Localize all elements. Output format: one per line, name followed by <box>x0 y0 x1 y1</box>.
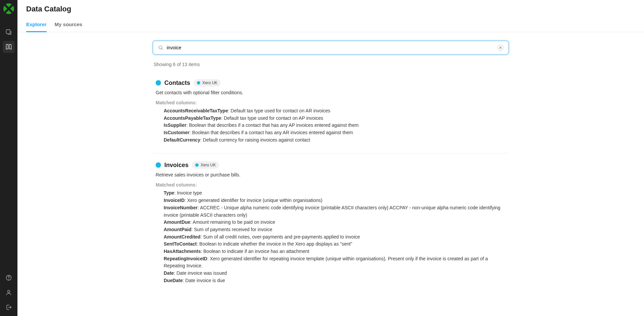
search-wrap[interactable] <box>153 41 508 54</box>
column-desc: : Sum of payments received for invoice <box>191 227 272 232</box>
column-line: AmountDue: Amount remaining to be paid o… <box>164 219 506 226</box>
logout-icon <box>5 304 12 311</box>
column-line: IsCustomer: Boolean that describes if a … <box>164 129 506 137</box>
column-desc: : Date invoice is due <box>183 278 225 283</box>
clear-search-button[interactable] <box>497 45 503 51</box>
matched-columns-label: Matched columns: <box>156 100 506 105</box>
svg-point-3 <box>8 290 10 293</box>
column-desc: : Default currency for raising invoices … <box>200 137 310 143</box>
column-line: IsSupplier: Boolean that describes if a … <box>164 122 506 129</box>
result-count: Showing 6 of 13 items <box>154 62 508 67</box>
entry-description: Retrieve sales invoices or purchase bill… <box>156 172 506 177</box>
column-desc: : Xero generated identifier for invoice … <box>184 198 322 203</box>
tab-my-sources[interactable]: My sources <box>55 18 83 32</box>
sidebar-account[interactable] <box>3 286 15 299</box>
column-line: InvoiceNumber: ACCREC - Unique alpha num… <box>164 204 506 219</box>
search-input[interactable] <box>167 45 497 50</box>
column-line: Type: Invoice type <box>164 190 506 197</box>
catalog-entry[interactable]: InvoicesXero UKRetrieve sales invoices o… <box>153 153 508 294</box>
svg-rect-0 <box>6 30 10 34</box>
column-desc: : Boolean to indicate if an invoice has … <box>201 249 309 254</box>
column-name: AccountsReceivableTaxType <box>164 108 228 113</box>
column-name: Date <box>164 270 174 276</box>
column-name: IsCustomer <box>164 130 190 135</box>
content: Showing 6 of 13 items ContactsXero UKGet… <box>150 32 512 307</box>
entry-header: InvoicesXero UK <box>156 161 506 169</box>
column-desc: : Xero generated identifier for repeatin… <box>164 256 488 269</box>
sidebar-nav-item-catalog[interactable] <box>3 41 15 53</box>
column-desc: : ACCREC - Unique alpha numeric code ide… <box>164 205 500 218</box>
column-name: SentToContact <box>164 241 197 247</box>
column-name: AmountDue <box>164 219 190 225</box>
app-logo-icon <box>3 3 14 14</box>
search-icon <box>158 45 163 50</box>
column-name: Type <box>164 190 174 196</box>
column-list: Type: Invoice typeInvoiceID: Xero genera… <box>156 190 506 284</box>
column-line: DueDate: Date invoice is due <box>164 277 506 284</box>
page-title: Data Catalog <box>26 5 635 13</box>
column-desc: : Invoice type <box>174 190 202 196</box>
column-name: IsSupplier <box>164 122 186 128</box>
source-dot-icon <box>156 162 161 168</box>
column-desc: : Default tax type used for contact on A… <box>221 115 323 121</box>
main-area: Data Catalog ExplorerMy sources Showing … <box>17 0 644 316</box>
entry-header: ContactsXero UK <box>156 79 506 87</box>
column-name: DueDate <box>164 278 183 283</box>
column-line: RepeatingInvoiceID: Xero generated ident… <box>164 255 506 270</box>
entries-list: ContactsXero UKGet contacts with optiona… <box>153 77 508 294</box>
column-line: AccountsPayableTaxType: Default tax type… <box>164 115 506 122</box>
column-line: SentToContact: Boolean to indicate wheth… <box>164 241 506 248</box>
column-line: AmountPaid: Sum of payments received for… <box>164 226 506 233</box>
source-name: Xero UK <box>201 163 216 167</box>
entry-title: Invoices <box>164 162 189 169</box>
column-name: RepeatingInvoiceID <box>164 256 207 261</box>
column-desc: : Date invoice was issued <box>174 270 227 276</box>
column-line: AmountCredited: Sum of all credit notes,… <box>164 233 506 241</box>
column-line: AccountsReceivableTaxType: Default tax t… <box>164 107 506 115</box>
close-icon <box>499 46 502 49</box>
column-line: InvoiceID: Xero generated identifier for… <box>164 197 506 204</box>
user-icon <box>5 289 12 296</box>
column-name: DefaultCurrency <box>164 137 200 143</box>
column-desc: : Boolean to indicate whether the invoic… <box>197 241 353 247</box>
source-name: Xero UK <box>202 81 217 85</box>
sidebar-help[interactable] <box>3 272 15 284</box>
source-dot-icon <box>156 80 161 86</box>
column-name: HasAttachments <box>164 249 201 254</box>
header: Data Catalog <box>17 0 644 13</box>
book-open-icon <box>5 44 12 50</box>
layers-icon <box>5 29 12 36</box>
source-mini-dot-icon <box>195 163 199 167</box>
entry-description: Get contacts with optional filter condit… <box>156 90 506 95</box>
column-name: InvoiceNumber <box>164 205 198 210</box>
column-list: AccountsReceivableTaxType: Default tax t… <box>156 107 506 144</box>
column-desc: : Default tax type used for contact on A… <box>228 108 330 113</box>
matched-columns-label: Matched columns: <box>156 182 506 188</box>
tab-explorer[interactable]: Explorer <box>26 18 47 32</box>
column-name: InvoiceID <box>164 198 184 203</box>
column-name: AmountPaid <box>164 227 191 232</box>
column-desc: : Boolean that describes if a contact th… <box>186 122 359 128</box>
tabs: ExplorerMy sources <box>17 18 644 32</box>
column-line: Date: Date invoice was issued <box>164 270 506 277</box>
column-desc: : Amount remaining to be paid on invoice <box>190 219 275 225</box>
column-line: HasAttachments: Boolean to indicate if a… <box>164 248 506 255</box>
source-badge[interactable]: Xero UK <box>192 161 219 169</box>
source-badge[interactable]: Xero UK <box>194 79 221 87</box>
entry-title: Contacts <box>164 80 190 87</box>
column-desc: : Boolean that describes if a contact ha… <box>190 130 353 135</box>
source-mini-dot-icon <box>197 81 200 85</box>
column-line: DefaultCurrency: Default currency for ra… <box>164 137 506 144</box>
catalog-entry[interactable]: ContactsXero UKGet contacts with optiona… <box>153 77 508 153</box>
column-name: AmountCredited <box>164 234 201 240</box>
column-name: AccountsPayableTaxType <box>164 115 221 121</box>
svg-point-2 <box>9 279 9 279</box>
sidebar <box>0 0 17 316</box>
sidebar-logout[interactable] <box>3 301 15 313</box>
help-circle-icon <box>5 274 12 281</box>
sidebar-nav-item-1[interactable] <box>3 26 15 38</box>
column-desc: : Sum of all credit notes, over-payments… <box>201 234 360 240</box>
svg-point-4 <box>159 46 162 49</box>
